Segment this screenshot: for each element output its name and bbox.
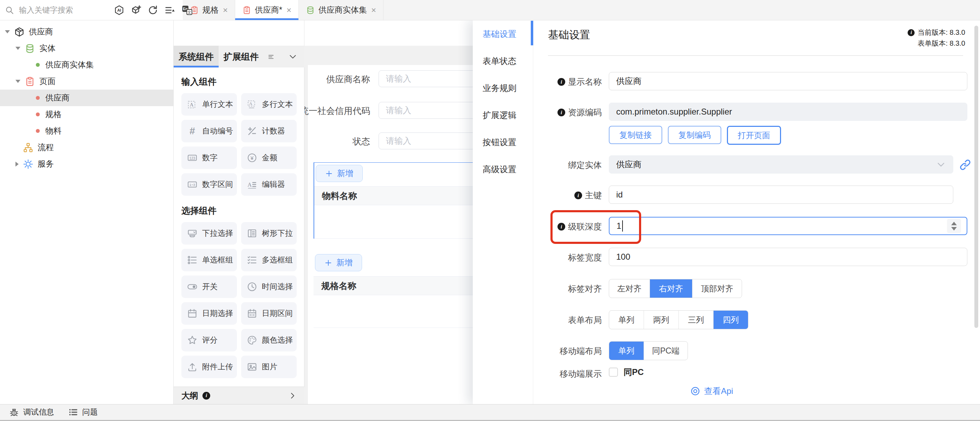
link-icon[interactable] <box>959 159 972 171</box>
search-input[interactable] <box>18 5 108 15</box>
nav-basic-settings[interactable]: 基础设置 <box>483 29 516 40</box>
copy-link-button[interactable]: 复制链接 <box>609 126 662 144</box>
option-four-columns[interactable]: 四列 <box>713 311 748 329</box>
tree-item-service[interactable]: 服务 <box>0 156 173 172</box>
palette-item-counter[interactable]: 计数器 <box>241 120 297 142</box>
step-down-icon[interactable] <box>951 227 957 230</box>
palette-item-tree-select[interactable]: 树形下拉 <box>241 222 297 245</box>
view-api-link[interactable]: 查看Api <box>690 386 733 397</box>
palette-item-radio-group[interactable]: 单选框组 <box>181 249 237 271</box>
option-align-right[interactable]: 右对齐 <box>649 280 692 298</box>
list-small-icon[interactable] <box>267 53 275 60</box>
option-align-left[interactable]: 左对齐 <box>609 280 649 298</box>
step-up-icon[interactable] <box>951 222 957 225</box>
palette-item-time-picker[interactable]: 时间选择 <box>241 275 297 298</box>
palette-tab-system[interactable]: 系统组件 <box>173 46 219 67</box>
nav-advanced-settings[interactable]: 高级设置 <box>483 164 516 175</box>
row-label: 表单布局 <box>568 315 602 326</box>
palette-item-checkbox-group[interactable]: 多选框组 <box>241 249 297 271</box>
nav-extension-logic[interactable]: 扩展逻辑 <box>483 110 516 121</box>
palette-item-image[interactable]: 图片 <box>241 356 297 378</box>
palette-item-date-picker[interactable]: 日期选择 <box>181 302 237 325</box>
option-three-columns[interactable]: 三列 <box>678 311 713 329</box>
tree-item-flow[interactable]: 流程 <box>0 139 173 156</box>
new-model-icon[interactable] <box>131 5 141 16</box>
palette-item-currency[interactable]: ¥ 金额 <box>241 146 297 169</box>
label-width-input[interactable]: 100 <box>609 248 967 266</box>
tree-item-material-page[interactable]: 物料 <box>0 122 173 139</box>
palette-item-multi-text[interactable]: A 多行文本 <box>241 93 297 116</box>
primary-key-input[interactable]: id <box>609 186 953 204</box>
close-icon[interactable]: × <box>371 5 376 15</box>
close-icon[interactable]: × <box>286 5 291 15</box>
red-dot-icon <box>36 129 40 133</box>
tree-item-page-group[interactable]: 页面 <box>0 73 173 90</box>
page-icon <box>242 6 251 15</box>
upload-icon <box>187 362 197 372</box>
palette-item-switch[interactable]: 开关 <box>181 275 237 298</box>
svg-text:1~3: 1~3 <box>189 183 195 187</box>
chevron-down-icon[interactable] <box>288 52 298 61</box>
caret-down-icon[interactable] <box>5 30 10 33</box>
placeholder-text: 请输入 <box>386 105 411 116</box>
display-name-input[interactable]: 供应商 <box>609 72 967 90</box>
ai-icon[interactable]: AI <box>114 5 124 16</box>
resource-code-field: com.primeton.supplier.Supplier <box>609 103 967 121</box>
palette-item-color-picker[interactable]: 颜色选择 <box>241 329 297 351</box>
caret-right-icon[interactable] <box>16 162 19 167</box>
palette-tab-extension[interactable]: 扩展组件 <box>219 46 264 67</box>
option-mobile-same-as-pc[interactable]: 同PC端 <box>644 342 687 360</box>
nav-form-state[interactable]: 表单状态 <box>483 56 516 67</box>
outline-bar[interactable]: 大纲 i <box>173 386 304 404</box>
svg-text:A: A <box>247 182 252 188</box>
tree-item-spec-page[interactable]: 规格 <box>0 106 173 122</box>
info-icon: i <box>202 392 210 400</box>
nav-business-rules[interactable]: 业务规则 <box>483 83 516 94</box>
tab-supplier[interactable]: 供应商* × <box>235 0 299 20</box>
tab-label: 供应商* <box>255 5 282 16</box>
plus-icon <box>325 259 332 267</box>
option-align-top[interactable]: 顶部对齐 <box>692 280 742 298</box>
caret-down-icon[interactable] <box>16 80 21 83</box>
problems-item[interactable]: 问题 <box>68 407 98 418</box>
tree-select-icon <box>247 228 257 238</box>
palette-item-auto-number[interactable]: # 自动编号 <box>181 120 237 142</box>
tree-item-project[interactable]: 供应商 <box>0 24 173 40</box>
placeholder-text: 请输入 <box>386 73 411 84</box>
add-row-button[interactable]: 新增 <box>315 254 362 271</box>
add-row-button[interactable]: 新增 <box>316 165 363 182</box>
caret-down-icon[interactable] <box>16 47 21 50</box>
scrollbar-thumb[interactable] <box>974 25 978 328</box>
palette-item-editor[interactable]: A 编辑器 <box>241 173 297 196</box>
open-page-button[interactable]: 打开页面 <box>727 126 781 145</box>
palette-item-rate[interactable]: 评分 <box>181 329 237 351</box>
tree-item-label: 物料 <box>45 126 62 137</box>
tab-supplier-entity-set[interactable]: 供应商实体集 × <box>299 0 383 20</box>
settings-drawer: 基础设置 表单状态 业务规则 扩展逻辑 按钮设置 高级设置 基础设置 i当前版本… <box>473 20 980 404</box>
chevron-right-icon[interactable] <box>288 391 297 400</box>
debug-info-item[interactable]: 调试信息 <box>9 407 54 418</box>
refresh-icon[interactable] <box>148 5 158 16</box>
cascade-depth-input[interactable]: 1 <box>609 217 967 235</box>
tree-item-supplier-entity-set[interactable]: 供应商实体集 <box>0 57 173 73</box>
same-as-pc-checkbox[interactable] <box>609 368 618 377</box>
option-two-columns[interactable]: 两列 <box>644 311 678 329</box>
palette-item-number[interactable]: 123 数字 <box>181 146 237 169</box>
translate-icon[interactable]: En文 <box>181 5 192 16</box>
palette-item-single-text[interactable]: A 单行文本 <box>181 93 237 116</box>
svg-text:A: A <box>190 102 194 108</box>
option-one-column[interactable]: 单列 <box>609 311 644 329</box>
number-stepper[interactable] <box>947 219 961 233</box>
palette-item-upload[interactable]: 附件上传 <box>181 356 237 378</box>
bind-entity-select[interactable]: 供应商 <box>609 155 953 173</box>
nav-button-settings[interactable]: 按钮设置 <box>483 137 516 148</box>
copy-code-button[interactable]: 复制编码 <box>668 126 721 144</box>
palette-item-date-range[interactable]: 日期区间 <box>241 302 297 325</box>
collapse-list-icon[interactable] <box>164 5 175 16</box>
palette-item-select[interactable]: 下拉选择 <box>181 222 237 245</box>
tree-item-entity-group[interactable]: 实体 <box>0 40 173 57</box>
tree-item-supplier-page[interactable]: 供应商 <box>0 90 173 106</box>
palette-item-number-range[interactable]: 1~3 数字区间 <box>181 173 237 196</box>
option-mobile-one-column[interactable]: 单列 <box>609 342 644 360</box>
close-icon[interactable]: × <box>223 5 228 15</box>
